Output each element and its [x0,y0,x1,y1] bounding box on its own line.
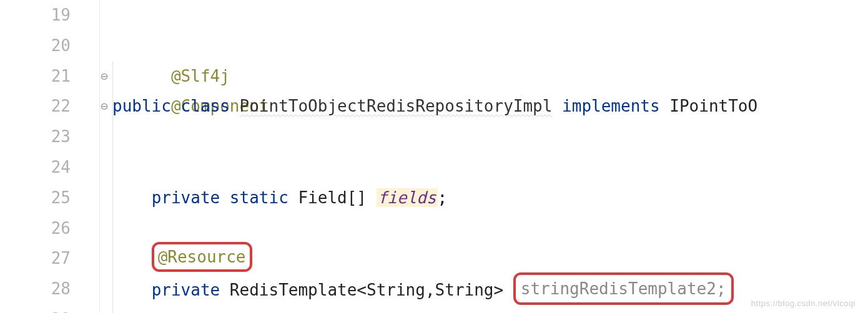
keyword-public: public [112,97,171,115]
code-editor: 19 20 21 22 23 24 25 26 27 28 29 ⊖@Slf4j… [0,0,868,313]
code-line-20[interactable]: ⊖@Slf4j [112,31,868,61]
line-number: 26 [0,213,99,244]
variable-name: stringRedisTemplate2; [521,279,726,298]
code-line-25[interactable]: private static Field[] fields; [112,183,868,213]
code-area[interactable]: ⊖@Slf4j ⊖@Component public class PointTo… [100,0,868,313]
gutter: 19 20 21 22 23 24 25 26 27 28 29 [0,0,100,313]
line-number: 23 [0,122,99,152]
line-number: 19 [0,0,99,31]
keyword-private: private [152,281,220,299]
code-line-27[interactable]: @Resource [112,243,868,274]
line-number: 22 [0,91,99,122]
code-line-19[interactable] [112,0,868,31]
watermark: https://blog.csdn.net/vicoqi [751,299,856,308]
code-line-22[interactable]: public class PointToObjectRedisRepositor… [112,91,868,122]
line-number: 25 [0,183,99,213]
type-redis-template: RedisTemplate<String,String> [230,281,503,299]
keyword-static: static [230,188,289,207]
line-number: 27 [0,243,99,274]
code-line-26[interactable] [112,213,868,244]
line-number: 21 [0,61,99,92]
class-name: PointToObjectRedisRepositoryImpl [240,97,553,115]
keyword-implements: implements [562,97,660,115]
fold-collapse-icon[interactable]: ⊖ [99,91,110,122]
line-number: 29 [0,304,99,313]
line-number: 24 [0,152,99,183]
code-line-24[interactable] [112,152,868,183]
keyword-class: class [181,97,230,115]
line-number: 20 [0,31,99,61]
semicolon: ; [438,188,448,207]
code-line-23[interactable] [112,122,868,152]
code-line-21[interactable]: ⊖@Component [112,61,868,92]
type-field-array: Field[] [298,188,367,207]
interface-name: IPointToO [669,97,757,115]
highlight-box-resource: @Resource [152,242,252,272]
annotation-resource: @Resource [158,248,246,266]
keyword-private: private [152,188,220,207]
fold-collapse-icon[interactable]: ⊖ [99,61,110,92]
field-name-fields: fields [377,188,438,207]
highlight-box-varname: stringRedisTemplate2; [513,272,734,305]
line-number: 28 [0,274,99,304]
